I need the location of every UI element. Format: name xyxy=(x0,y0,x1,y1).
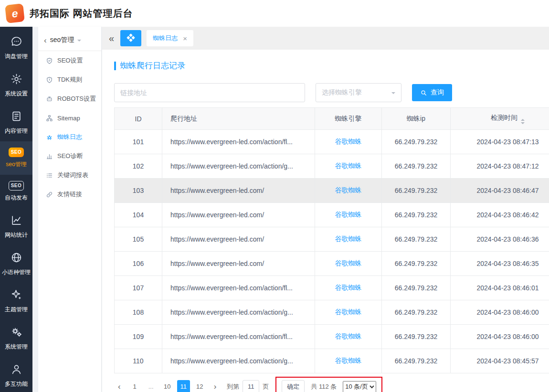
sort-icon[interactable] xyxy=(521,119,525,124)
sidebar-item-inquiry[interactable]: 询盘管理 xyxy=(0,30,32,67)
submenu-item-tdk-rules[interactable]: TDK规则 xyxy=(38,70,101,89)
table-row[interactable]: 102 https://www.evergreen-led.com/action… xyxy=(115,154,549,179)
bar-chart-icon xyxy=(46,153,53,160)
sidebar-item-label: 多互功能 xyxy=(5,380,28,388)
page-size-select[interactable]: 10 条/页 xyxy=(343,381,376,392)
submenu-item-seo-diagnose[interactable]: SEO诊断 xyxy=(38,147,101,166)
spider-engine-select[interactable]: 选择蜘蛛引擎 xyxy=(316,83,401,102)
close-tab-icon[interactable]: × xyxy=(183,35,187,42)
submenu-item-seo-settings[interactable]: SEO设置 xyxy=(38,51,101,70)
pagination: ‹ 1 ... 10 11 12 › xyxy=(114,377,549,392)
cell-engine: 谷歌蜘蛛 xyxy=(315,203,382,227)
engine-link[interactable]: 谷歌蜘蛛 xyxy=(335,211,362,218)
sidebar-item-auto-publish[interactable]: SEO 自动发布 xyxy=(0,175,32,208)
confirm-button[interactable]: 确定 xyxy=(282,380,305,392)
sidebar-item-label: 内容管理 xyxy=(5,127,28,135)
search-icon xyxy=(420,89,427,96)
tab-spider-log[interactable]: 蜘蛛日志 × xyxy=(147,30,193,46)
engine-link[interactable]: 谷歌蜘蛛 xyxy=(335,332,362,340)
table-row[interactable]: 103 https://www.evergreen-led.com/ 谷歌蜘蛛 … xyxy=(115,179,549,203)
cell-time: 2024-04-23 08:46:00 xyxy=(451,325,549,349)
tiles-icon xyxy=(126,33,136,44)
submenu-item-sitemap[interactable]: Sitemap xyxy=(38,108,101,127)
sidebar-item-label: 网站统计 xyxy=(5,231,28,239)
engine-link[interactable]: 谷歌蜘蛛 xyxy=(335,357,362,364)
cell-url: https://www.evergreen-led.com/ xyxy=(162,252,315,276)
column-header-time[interactable]: 检测时间 xyxy=(451,108,549,130)
sidebar-item-seo[interactable]: SEO seo管理 xyxy=(0,141,32,175)
submenu-item-keyword-report[interactable]: 关键词报表 xyxy=(38,166,101,185)
shield-icon xyxy=(46,57,53,64)
engine-link[interactable]: 谷歌蜘蛛 xyxy=(335,162,362,170)
back-chevron-icon[interactable]: ‹ xyxy=(44,36,47,44)
submenu-item-label: ROBOTS设置 xyxy=(57,95,96,103)
url-search-input[interactable] xyxy=(114,83,305,102)
cell-ip: 66.249.79.232 xyxy=(382,203,451,227)
engine-link[interactable]: 谷歌蜘蛛 xyxy=(335,235,362,243)
engine-link[interactable]: 谷歌蜘蛛 xyxy=(335,259,362,267)
submenu-item-label: SEO诊断 xyxy=(57,152,83,160)
next-page-button[interactable]: › xyxy=(210,382,221,391)
submenu-item-spider-log[interactable]: 蜘蛛日志 xyxy=(38,127,101,147)
engine-link[interactable]: 谷歌蜘蛛 xyxy=(335,138,362,145)
table-row[interactable]: 110 https://www.evergreen-led.com/action… xyxy=(115,349,549,373)
table-row[interactable]: 107 https://www.evergreen-led.com/action… xyxy=(115,276,549,300)
sidebar-item-system-settings[interactable]: 系统设置 xyxy=(0,67,32,104)
table-row[interactable]: 106 https://www.evergreen-led.com/ 谷歌蜘蛛 … xyxy=(115,252,549,276)
goto-page-input[interactable] xyxy=(243,380,259,392)
cell-time: 2024-04-23 08:46:01 xyxy=(451,276,549,300)
table-row[interactable]: 109 https://www.evergreen-led.com/action… xyxy=(115,325,549,349)
cell-engine: 谷歌蜘蛛 xyxy=(315,154,382,179)
cell-ip: 66.249.79.232 xyxy=(382,179,451,203)
sidebar-item-label: seo管理 xyxy=(6,160,26,169)
cell-time: 2024-04-23 08:47:12 xyxy=(451,154,549,179)
sidebar-item-content[interactable]: 内容管理 xyxy=(0,104,32,141)
submenu-item-robots[interactable]: ROBOTS设置 xyxy=(38,89,101,108)
cell-ip: 66.249.79.232 xyxy=(382,349,451,373)
sidebar-item-theme[interactable]: 主题管理 xyxy=(0,283,32,320)
sidebar-item-system-admin[interactable]: 系统管理 xyxy=(0,320,32,357)
page-number-button[interactable]: 11 xyxy=(177,380,190,392)
gear-icon xyxy=(11,73,22,86)
cell-ip: 66.249.79.232 xyxy=(382,154,451,179)
submenu-item-friend-links[interactable]: 友情链接 xyxy=(38,185,101,204)
sidebar-item-site-stats[interactable]: 网站统计 xyxy=(0,208,32,245)
page-number-button[interactable]: 12 xyxy=(193,380,206,392)
tab-label: 蜘蛛日志 xyxy=(153,34,178,42)
cell-id: 104 xyxy=(115,203,162,227)
sidebar-item-languages[interactable]: 小语种管理 xyxy=(0,245,32,283)
column-header-url[interactable]: 爬行地址 xyxy=(162,108,315,130)
column-header-engine[interactable]: 蜘蛛引擎 xyxy=(315,108,382,130)
engine-link[interactable]: 谷歌蜘蛛 xyxy=(335,186,362,194)
table-row[interactable]: 104 https://www.evergreen-led.com/ 谷歌蜘蛛 … xyxy=(115,203,549,227)
main-layout: 询盘管理 系统设置 内容管理 SEO seo管理 SEO 自动发布 网站统计 xyxy=(0,27,549,392)
cell-url: https://www.evergreen-led.com/action/fl.… xyxy=(162,325,315,349)
cell-engine: 谷歌蜘蛛 xyxy=(315,349,382,373)
submenu-header[interactable]: ‹ seo管理 xyxy=(38,27,101,51)
prev-page-button[interactable]: ‹ xyxy=(114,382,125,391)
collapse-menu-button[interactable]: « xyxy=(109,33,114,43)
cell-url: https://www.evergreen-led.com/ xyxy=(162,179,315,203)
page-number-button[interactable]: ... xyxy=(145,380,158,392)
cell-ip: 66.249.79.232 xyxy=(382,276,451,300)
table-row[interactable]: 105 https://www.evergreen-led.com/ 谷歌蜘蛛 … xyxy=(115,227,549,252)
table-row[interactable]: 108 https://www.evergreen-led.com/action… xyxy=(115,300,549,325)
query-button[interactable]: 查询 xyxy=(412,84,452,101)
column-header-id[interactable]: ID xyxy=(115,108,162,130)
annotation-highlight-box: 确定 共 112 条 10 条/页 xyxy=(275,377,382,392)
submenu-title: seo管理 xyxy=(50,36,74,44)
engine-link[interactable]: 谷歌蜘蛛 xyxy=(335,308,362,316)
page-number-button[interactable]: 10 xyxy=(161,380,174,392)
list-icon xyxy=(46,172,53,179)
home-tiles-button[interactable] xyxy=(120,30,141,46)
line-chart-icon xyxy=(11,214,22,228)
sidebar-item-interaction[interactable]: 多互功能 xyxy=(0,357,32,392)
table-row[interactable]: 101 https://www.evergreen-led.com/action… xyxy=(115,130,549,154)
globe-icon xyxy=(11,252,22,265)
page-title-text: 蜘蛛爬行日志记录 xyxy=(120,60,185,71)
cell-engine: 谷歌蜘蛛 xyxy=(315,179,382,203)
page-number-button[interactable]: 1 xyxy=(128,380,141,392)
column-header-ip[interactable]: 蜘蛛ip xyxy=(382,108,451,130)
cell-url: https://www.evergreen-led.com/action/fl.… xyxy=(162,130,315,154)
engine-link[interactable]: 谷歌蜘蛛 xyxy=(335,284,362,291)
